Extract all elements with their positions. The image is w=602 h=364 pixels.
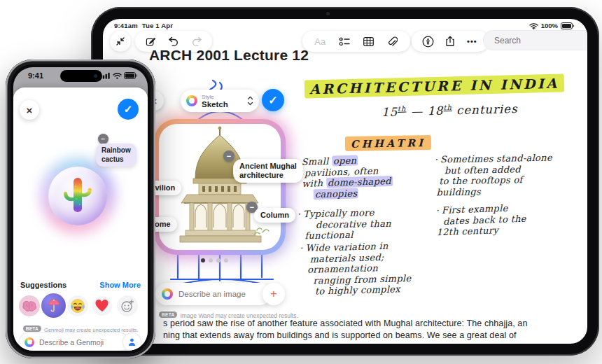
ipad-device: 9:41am Tue 1 Apr 100% Aa xyxy=(91,7,599,356)
suggestions-label: Suggestions xyxy=(20,281,66,289)
search-field[interactable] xyxy=(483,30,587,50)
suggestion-red-heart[interactable] xyxy=(92,296,112,316)
cellular-icon xyxy=(100,72,111,79)
ipad-status-right: 100% xyxy=(529,22,575,29)
battery-icon xyxy=(124,72,138,79)
suggestion-umbrella[interactable] xyxy=(41,293,66,318)
share-toolbar: ••• xyxy=(412,31,489,52)
checklist-button[interactable] xyxy=(335,32,354,50)
collapse-icon xyxy=(115,36,125,46)
genmoji-accept-button[interactable]: ✓ xyxy=(118,99,139,120)
table-button[interactable] xyxy=(359,32,377,50)
note-title: ARCH 2001 Lecture 12 xyxy=(149,47,309,64)
iphone-screen: 9:41 × ✓ xyxy=(13,67,148,351)
share-icon xyxy=(445,36,455,47)
search-input[interactable] xyxy=(493,35,587,46)
pencil-circle-icon xyxy=(422,36,434,48)
describe-genmoji-input[interactable] xyxy=(38,337,124,347)
suggestion-tears-of-joy[interactable] xyxy=(67,295,88,316)
checklist-icon xyxy=(339,36,350,46)
plus-icon: + xyxy=(270,287,277,301)
ipad-status-left: 9:41am Tue 1 Apr xyxy=(114,22,173,29)
table-icon xyxy=(363,37,374,46)
describe-image-field[interactable] xyxy=(155,283,271,305)
attach-button[interactable] xyxy=(384,32,402,50)
paperclip-icon xyxy=(388,36,398,47)
compose-icon xyxy=(146,36,156,47)
apple-intelligence-icon xyxy=(186,95,197,106)
dynamic-island xyxy=(60,70,102,82)
battery-icon xyxy=(561,22,575,29)
show-more-link[interactable]: Show More xyxy=(99,281,141,289)
red-heart-emoji xyxy=(95,300,109,312)
beta-badge: BETA xyxy=(159,312,177,318)
hw-bullet-small-pavilions: ·Small open pavilions, often with dome-s… xyxy=(295,154,393,200)
note-paragraph-line1: s period saw the rise of another feature… xyxy=(163,318,527,328)
describe-genmoji-field[interactable] xyxy=(19,332,130,351)
add-emoji-icon xyxy=(120,299,134,313)
hw-heading: ARCHITECTURE IN INDIA xyxy=(304,75,564,97)
genmoji-sheet: × ✓ − Rainbow cactus xyxy=(13,88,148,351)
format-toolbar: Aa xyxy=(302,31,410,52)
genmoji-close-button[interactable]: × xyxy=(20,100,39,120)
hw-bullet-standalone: ·Sometimes stand-alone but often added t… xyxy=(434,153,552,198)
umbrella-emoji xyxy=(47,299,61,313)
iphone-status-icons xyxy=(100,72,138,79)
beta-badge: BETA xyxy=(23,326,41,332)
hw-bullet-decorative: ·Typically more decorative than function… xyxy=(298,207,392,241)
tears-of-joy-emoji xyxy=(70,298,85,314)
iphone-device: 9:41 × ✓ xyxy=(6,59,155,358)
markup-button[interactable] xyxy=(419,32,438,50)
undo-icon xyxy=(168,36,179,46)
ipad-date: Tue 1 Apr xyxy=(142,22,174,29)
person-icon xyxy=(127,337,136,346)
chevron-up-down-icon xyxy=(247,95,253,106)
wifi-icon xyxy=(113,72,122,79)
wifi-icon xyxy=(529,22,538,29)
style-picker[interactable]: Style Sketch xyxy=(181,90,259,112)
hw-section-title: CHHATRI xyxy=(345,136,431,150)
genmoji-bubble xyxy=(48,167,107,225)
more-button[interactable]: ••• xyxy=(463,32,481,50)
remove-tag-main-button[interactable]: − xyxy=(223,150,234,162)
hw-bullet-variation: ·Wide variation in materials used; ornam… xyxy=(300,240,412,298)
check-icon: ✓ xyxy=(268,94,277,107)
redo-icon xyxy=(191,36,202,46)
people-genmoji-button[interactable] xyxy=(122,332,141,351)
tag-column[interactable]: Column xyxy=(254,208,295,223)
iphone-clock: 9:41 xyxy=(28,71,43,80)
brain-emoji xyxy=(22,300,36,312)
remove-genmoji-tag-button[interactable]: − xyxy=(98,134,108,144)
text-style-button[interactable]: Aa xyxy=(311,32,329,50)
ipad-screen: 9:41am Tue 1 Apr 100% Aa xyxy=(103,19,587,344)
apple-intelligence-icon xyxy=(24,337,34,347)
share-button[interactable] xyxy=(441,32,459,50)
rainbow-cactus-image xyxy=(64,176,92,216)
note-paragraph-line2: ning that extends away from buildings an… xyxy=(163,330,517,340)
image-wand-accept-button[interactable]: ✓ xyxy=(262,89,284,111)
front-camera xyxy=(94,74,97,78)
check-icon: ✓ xyxy=(124,103,133,115)
tag-ancient-mughal[interactable]: Ancient Mughal architecture xyxy=(233,159,303,183)
marketing-canvas: 9:41am Tue 1 Apr 100% Aa xyxy=(0,0,602,364)
add-description-button[interactable]: + xyxy=(262,283,285,305)
create-emoji-button[interactable] xyxy=(117,295,138,316)
battery-percent: 100% xyxy=(541,22,558,29)
apple-intelligence-icon xyxy=(162,288,173,300)
hw-bullet-first-example: ·First example dates back to the 12th ce… xyxy=(435,202,526,238)
tag-rainbow-cactus[interactable]: Rainbow cactus xyxy=(96,144,136,167)
suggestion-brain[interactable] xyxy=(19,295,40,316)
collapse-toolbar-button[interactable] xyxy=(110,31,131,52)
hw-subheading: 15th — 18th centuries xyxy=(382,102,518,119)
ipad-clock: 9:41am xyxy=(114,22,138,29)
ipad-front-camera xyxy=(326,12,330,15)
style-value: Sketch xyxy=(202,101,243,108)
image-variant-dots[interactable] xyxy=(201,258,228,262)
